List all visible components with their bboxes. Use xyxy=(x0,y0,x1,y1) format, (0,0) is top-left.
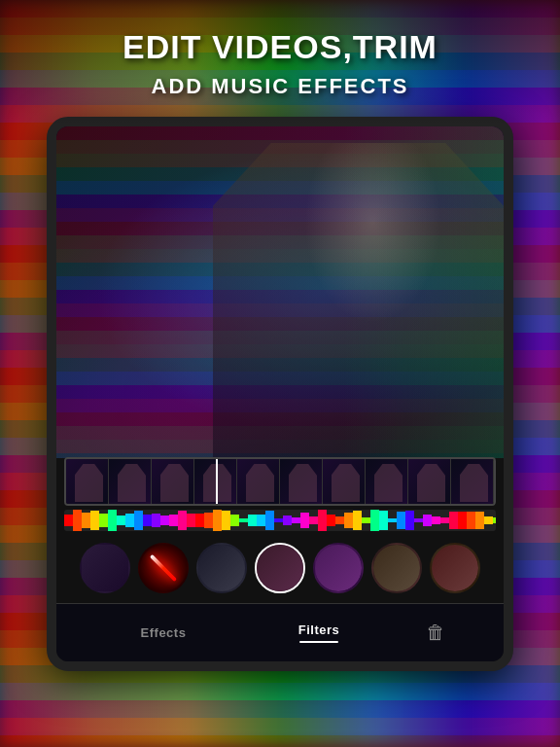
delete-button-wrap[interactable]: 🗑 xyxy=(397,622,474,644)
timeline-area[interactable] xyxy=(56,457,504,535)
film-frame xyxy=(237,459,280,504)
thumb-inner-3 xyxy=(198,545,245,591)
wave-segment xyxy=(117,516,125,525)
wave-segment xyxy=(475,512,484,529)
wave-segment xyxy=(300,513,309,527)
wave-segment xyxy=(335,516,344,525)
video-content xyxy=(56,126,504,458)
tab-active-indicator xyxy=(299,641,338,643)
wave-segment xyxy=(309,516,318,523)
wave-segment xyxy=(82,513,90,529)
wave-segment xyxy=(388,518,397,522)
filmstrip[interactable] xyxy=(64,457,496,506)
title-sub: ADD MUSIC EFFECTS xyxy=(152,74,409,99)
wave-segment xyxy=(467,512,475,529)
title-main: EDIT VIDEOS,TRIM xyxy=(122,28,438,66)
wave-segment xyxy=(257,515,265,526)
wave-segment xyxy=(230,515,239,526)
film-frame xyxy=(366,459,408,504)
film-frame xyxy=(152,459,194,504)
wave-segment xyxy=(248,515,257,526)
thumbnail-5[interactable] xyxy=(313,543,364,593)
wave-segment xyxy=(370,510,379,531)
wave-segment xyxy=(195,514,204,526)
wave-segment xyxy=(344,513,353,529)
wave-segment xyxy=(405,511,414,530)
delete-icon[interactable]: 🗑 xyxy=(426,622,445,644)
thumb-inner-6 xyxy=(373,545,420,591)
wave-segment xyxy=(99,514,108,527)
tab-bar: Effects Filters 🗑 xyxy=(56,603,504,661)
tab-filters[interactable]: Filters xyxy=(241,622,397,643)
thumbnail-3[interactable] xyxy=(196,543,247,593)
film-frame xyxy=(66,459,109,504)
filmstrip-frames xyxy=(66,459,494,504)
wave-segment xyxy=(265,511,274,530)
header: EDIT VIDEOS,TRIM ADD MUSIC EFFECTS xyxy=(0,0,560,126)
wave-segment xyxy=(125,514,134,528)
thumbnail-7[interactable] xyxy=(430,543,480,593)
thumbnail-4-active[interactable] xyxy=(255,543,305,593)
waveform-segments xyxy=(64,510,496,531)
wave-segment xyxy=(213,510,222,531)
thumb-inner-5 xyxy=(315,545,362,591)
film-frame xyxy=(451,459,494,504)
wave-segment xyxy=(283,516,292,525)
wave-segment xyxy=(440,517,449,524)
thumb-inner-7 xyxy=(432,545,478,591)
wave-segment xyxy=(134,511,143,529)
wave-segment xyxy=(187,514,195,528)
wave-segment xyxy=(458,512,467,528)
wave-segment xyxy=(353,511,362,530)
thumbnail-2[interactable] xyxy=(138,543,189,593)
audio-waveform xyxy=(64,510,496,531)
thumbnail-row xyxy=(56,541,504,595)
thumb-inner-1 xyxy=(82,545,128,591)
wave-segment xyxy=(239,518,248,523)
wave-segment xyxy=(397,512,405,530)
wave-segment xyxy=(169,515,178,525)
wave-segment xyxy=(449,512,458,530)
lightsaber-icon xyxy=(150,554,177,582)
playhead[interactable] xyxy=(216,457,218,506)
wave-segment xyxy=(362,517,370,523)
wave-segment xyxy=(274,518,283,522)
wave-segment xyxy=(484,516,493,524)
wave-segment xyxy=(152,514,160,526)
thumb-inner-2 xyxy=(140,545,187,591)
wave-segment xyxy=(423,515,432,526)
wave-segment xyxy=(432,516,440,524)
thumbnail-6[interactable] xyxy=(371,543,422,593)
tablet-frame: Effects Filters 🗑 xyxy=(47,117,513,671)
wave-segment xyxy=(73,510,82,530)
wave-segment xyxy=(327,515,335,525)
color-overlay xyxy=(235,126,504,458)
thumbnail-1[interactable] xyxy=(80,543,130,593)
film-frame xyxy=(323,459,366,504)
wave-segment xyxy=(292,517,300,523)
wave-segment xyxy=(64,515,73,527)
wave-segment xyxy=(108,510,117,531)
film-frame xyxy=(408,459,451,504)
wave-segment xyxy=(90,511,99,530)
wave-segment xyxy=(160,516,169,526)
wave-segment xyxy=(143,515,152,527)
thumb-inner-4 xyxy=(257,545,303,591)
wave-segment xyxy=(204,513,213,527)
wave-segment xyxy=(379,511,388,529)
filters-label: Filters xyxy=(298,622,340,637)
wave-segment xyxy=(178,511,187,529)
wave-segment xyxy=(493,517,496,523)
film-frame xyxy=(280,459,323,504)
wave-segment xyxy=(222,511,230,530)
tab-effects[interactable]: Effects xyxy=(86,625,241,640)
wave-segment xyxy=(414,518,423,523)
tablet-inner: Effects Filters 🗑 xyxy=(56,126,504,661)
wave-segment xyxy=(318,510,327,531)
effects-label: Effects xyxy=(141,625,187,640)
film-frame xyxy=(109,459,152,504)
